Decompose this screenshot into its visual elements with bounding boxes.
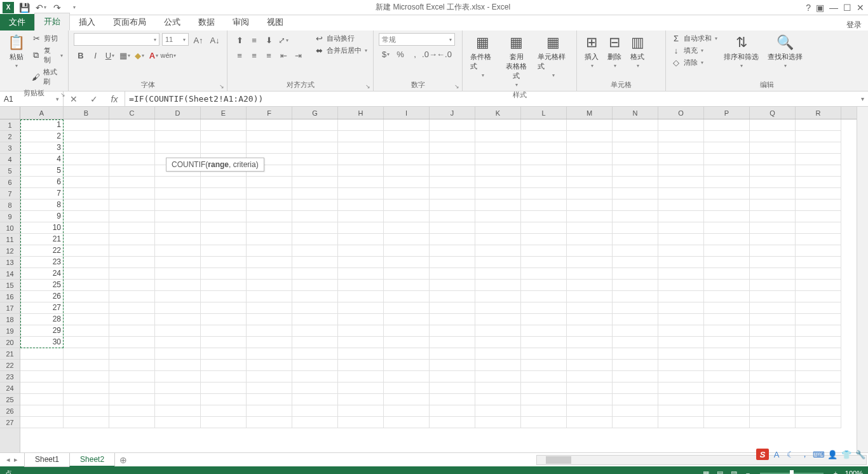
cell[interactable]	[796, 268, 841, 280]
cell[interactable]	[567, 360, 613, 371]
cell[interactable]	[796, 177, 841, 188]
cell[interactable]	[750, 394, 796, 405]
cell[interactable]	[64, 177, 109, 188]
cell[interactable]	[155, 383, 201, 394]
cell[interactable]	[796, 383, 841, 394]
cell[interactable]	[796, 234, 841, 245]
cell[interactable]	[658, 154, 704, 165]
fill-color-button[interactable]: ◆▾	[132, 48, 146, 62]
cell[interactable]	[750, 325, 796, 337]
cell[interactable]	[109, 325, 155, 337]
cell[interactable]	[109, 383, 155, 394]
cell[interactable]	[658, 188, 704, 200]
cell[interactable]	[247, 371, 292, 383]
cell[interactable]: 26	[20, 291, 64, 302]
cell[interactable]	[521, 280, 567, 291]
cell[interactable]	[430, 394, 475, 405]
autosum-button[interactable]: Σ自动求和▾	[671, 33, 717, 44]
cell[interactable]	[658, 280, 704, 291]
row-header[interactable]: 25	[0, 394, 20, 405]
vertical-scrollbar[interactable]	[857, 107, 868, 452]
cell[interactable]	[64, 337, 109, 348]
cell[interactable]	[704, 405, 750, 417]
ime-lang-icon[interactable]: A	[770, 449, 783, 460]
row-header[interactable]: 6	[0, 177, 20, 188]
cell[interactable]	[613, 119, 658, 131]
cell[interactable]	[155, 360, 201, 371]
cell[interactable]: 5	[20, 165, 64, 177]
cell[interactable]	[430, 245, 475, 257]
cell[interactable]	[338, 348, 384, 360]
cell[interactable]	[658, 314, 704, 325]
decrease-font-icon[interactable]: A↓	[208, 33, 222, 47]
cell[interactable]	[64, 383, 109, 394]
cell[interactable]	[475, 119, 521, 131]
cell[interactable]	[292, 302, 338, 314]
cell[interactable]	[109, 360, 155, 371]
cell[interactable]	[201, 245, 247, 257]
row-header[interactable]: 7	[0, 188, 20, 200]
copy-button[interactable]: ⧉复制▾	[31, 45, 63, 65]
cell[interactable]	[750, 371, 796, 383]
cell[interactable]	[613, 280, 658, 291]
cell[interactable]	[64, 291, 109, 302]
row-header[interactable]: 27	[0, 417, 20, 428]
sort-filter-button[interactable]: ⇅排序和筛选▾	[721, 33, 761, 70]
signin-link[interactable]: 登录	[846, 20, 868, 30]
cell[interactable]	[613, 371, 658, 383]
cell[interactable]	[750, 337, 796, 348]
cell[interactable]	[292, 222, 338, 234]
cell[interactable]	[247, 394, 292, 405]
cell[interactable]	[475, 337, 521, 348]
cell[interactable]	[567, 131, 613, 142]
cell[interactable]	[338, 291, 384, 302]
cell[interactable]	[430, 302, 475, 314]
cell[interactable]	[613, 222, 658, 234]
cell[interactable]	[64, 302, 109, 314]
percent-format-icon[interactable]: %	[393, 47, 407, 61]
cell[interactable]	[201, 360, 247, 371]
cell[interactable]	[658, 383, 704, 394]
cell[interactable]	[201, 177, 247, 188]
cell[interactable]	[338, 257, 384, 268]
cell[interactable]	[201, 348, 247, 360]
cell[interactable]	[475, 371, 521, 383]
cell[interactable]	[704, 371, 750, 383]
cell[interactable]	[704, 142, 750, 154]
cell[interactable]	[430, 119, 475, 131]
cell[interactable]	[750, 142, 796, 154]
cell[interactable]	[704, 325, 750, 337]
cell[interactable]	[247, 325, 292, 337]
insert-function-icon[interactable]: fx	[104, 94, 125, 104]
cell[interactable]	[475, 417, 521, 428]
view-normal-icon[interactable]: ▦	[699, 470, 713, 475]
cell[interactable]	[613, 394, 658, 405]
cell[interactable]	[247, 142, 292, 154]
cell[interactable]	[109, 257, 155, 268]
align-right-icon[interactable]: ≡	[262, 48, 276, 62]
cell[interactable]	[338, 280, 384, 291]
cell[interactable]	[292, 154, 338, 165]
cell[interactable]	[292, 325, 338, 337]
cell[interactable]	[521, 165, 567, 177]
cell[interactable]	[247, 119, 292, 131]
cell[interactable]	[292, 337, 338, 348]
bold-button[interactable]: B	[74, 48, 88, 62]
font-size-select[interactable]: 11▾	[162, 33, 189, 46]
italic-button[interactable]: I	[88, 48, 102, 62]
cell[interactable]	[338, 383, 384, 394]
sheet-tab-1[interactable]: Sheet1	[24, 453, 70, 467]
cell[interactable]	[109, 371, 155, 383]
cell[interactable]	[201, 142, 247, 154]
cell[interactable]	[475, 268, 521, 280]
cell[interactable]	[201, 291, 247, 302]
cell[interactable]	[796, 211, 841, 222]
cell[interactable]	[704, 257, 750, 268]
cell[interactable]	[384, 245, 430, 257]
cell[interactable]	[475, 314, 521, 325]
row-header[interactable]: 3	[0, 142, 20, 154]
cell[interactable]	[567, 394, 613, 405]
cell[interactable]	[796, 337, 841, 348]
cell[interactable]	[704, 200, 750, 211]
cell[interactable]	[475, 394, 521, 405]
